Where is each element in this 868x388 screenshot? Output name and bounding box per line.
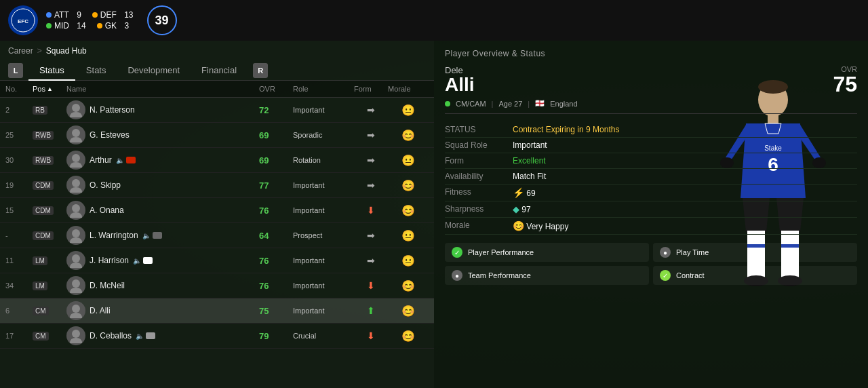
status-row-availability: Availability Match Fit [445, 169, 857, 185]
player-avatar [66, 201, 85, 220]
table-row[interactable]: 34 LM D. McNeil 76 Important ⬇ 😊 [0, 273, 434, 298]
cell-position: RB [33, 105, 66, 115]
cell-position: CM [33, 306, 66, 315]
badge-lightgreen-icon: ✓ [660, 270, 671, 281]
player-avatar [66, 251, 85, 270]
form-arrow-right: ➡ [367, 230, 375, 241]
form-arrow-right: ➡ [367, 130, 375, 140]
cell-form: ⬇ [354, 280, 388, 291]
tab-status[interactable]: Status [28, 61, 75, 81]
svg-point-9 [72, 279, 80, 288]
cell-ovr: 72 [259, 105, 293, 115]
cell-form: ⬇ [354, 330, 388, 341]
status-avail-value: Match Fit [513, 172, 857, 181]
loan-team-badge [126, 157, 136, 163]
player-avatar [66, 276, 85, 295]
team-stats: ATT 9 DEF 13 MID 14 GK 3 [46, 10, 134, 31]
badge-contract[interactable]: ✓ Contract [653, 266, 857, 285]
cell-position: RWB [33, 155, 66, 165]
col-name: Name [66, 85, 259, 93]
tab-stats[interactable]: Stats [75, 61, 117, 81]
badge-play-time[interactable]: ● Play Time [653, 243, 857, 262]
cell-morale: 😊 [388, 279, 429, 292]
cell-form: ➡ [354, 104, 388, 115]
overall-circle: 39 [147, 5, 177, 35]
table-header: No. Pos▲ Name OVR Role Form Morale [0, 81, 434, 98]
tab-development[interactable]: Development [117, 61, 191, 81]
status-sharpness-label: Sharpness [445, 204, 513, 214]
col-morale: Morale [388, 85, 429, 93]
table-row[interactable]: 6 CM D. Alli 75 Important ⬆ 😊 [0, 298, 434, 324]
morale-emoji: 😐 [401, 229, 415, 242]
svg-point-10 [72, 305, 80, 313]
gk-value: 3 [124, 21, 129, 31]
cell-role: Sporadic [293, 131, 354, 139]
svg-point-6 [72, 204, 80, 212]
tabs-bar: L Status Stats Development Financial R [0, 58, 434, 81]
badge-gray-icon-team: ● [452, 270, 462, 281]
active-dot [445, 101, 450, 106]
tab-icon-l: L [8, 63, 23, 78]
table-row[interactable]: 2 RB N. Patterson 72 Important ➡ 😐 [0, 98, 434, 123]
cell-number: 34 [5, 282, 33, 290]
badge-team-perf-label: Team Performance [468, 271, 531, 279]
cell-role: Important [293, 181, 354, 189]
cell-name-wrap: Arthur 🔈 [66, 151, 259, 170]
table-row[interactable]: 30 RWB Arthur 🔈 69 Rotation ➡ 😐 [0, 148, 434, 173]
def-label: DEF [100, 10, 117, 20]
loan-icons: 🔈 [142, 232, 162, 239]
cell-number: 30 [5, 156, 33, 164]
cell-ovr: 76 [259, 206, 293, 216]
table-row[interactable]: 11 LM J. Harrison 🔈 76 Important ➡ 😐 [0, 248, 434, 273]
cell-name-wrap: L. Warrington 🔈 [66, 226, 259, 245]
status-sharpness-value: ◆ 97 [513, 204, 857, 214]
cell-form: ⬆ [354, 305, 388, 316]
player-header: Dele Alli OVR 75 [445, 65, 857, 95]
def-value: 13 [124, 10, 133, 20]
badge-green-icon: ✓ [452, 247, 462, 258]
overview-title: Player Overview & Status [445, 49, 857, 58]
cell-name: D. Ceballos [90, 331, 132, 341]
gk-label: GK [105, 21, 117, 31]
cell-role: Important [293, 106, 354, 114]
badge-team-performance[interactable]: ● Team Performance [445, 266, 649, 285]
cell-name-wrap: J. Harrison 🔈 [66, 251, 259, 270]
status-fitness-label: Fitness [445, 187, 513, 198]
table-row[interactable]: 25 RWB G. Esteves 69 Sporadic ➡ 😊 [0, 123, 434, 148]
table-row[interactable]: 17 CM D. Ceballos 🔈 79 Crucial ⬇ 😊 [0, 324, 434, 349]
col-role: Role [293, 85, 354, 93]
cell-ovr: 76 [259, 256, 293, 266]
table-row[interactable]: - CDM L. Warrington 🔈 64 Prospect ➡ 😐 [0, 223, 434, 248]
status-row-sharpness: Sharpness ◆ 97 [445, 201, 857, 218]
breadcrumb-career[interactable]: Career [8, 46, 33, 56]
player-avatar [66, 226, 85, 245]
cell-name: O. Skipp [90, 180, 121, 190]
badge-player-performance[interactable]: ✓ Player Performance [445, 243, 649, 262]
player-avatar [66, 125, 85, 144]
cell-role: Prospect [293, 231, 354, 239]
table-row[interactable]: 19 CDM O. Skipp 77 Important ➡ 😊 [0, 173, 434, 198]
status-fitness-value: ⚡ 69 [513, 187, 857, 198]
tab-financial[interactable]: Financial [191, 61, 248, 81]
cell-ovr: 64 [259, 231, 293, 241]
cell-morale: 😊 [388, 204, 429, 217]
cell-number: 15 [5, 206, 33, 214]
sound-icon: 🔈 [116, 157, 124, 164]
table-body: 2 RB N. Patterson 72 Important ➡ 😐 25 RW… [0, 98, 434, 349]
cell-position: CDM [33, 231, 66, 240]
svg-point-7 [72, 229, 80, 237]
table-row[interactable]: 15 CDM A. Onana 76 Important ⬇ 😊 [0, 198, 434, 223]
cell-name-wrap: D. McNeil [66, 276, 259, 295]
cell-name: G. Esteves [90, 130, 130, 140]
cell-morale: 😊 [388, 305, 429, 317]
player-avatar [66, 151, 85, 170]
morale-icon: 😊 [513, 220, 524, 231]
cell-ovr: 76 [259, 281, 293, 291]
morale-emoji: 😊 [401, 129, 415, 142]
breadcrumb-separator: > [37, 46, 42, 56]
status-morale-value: 😊 Very Happy [513, 220, 857, 231]
svg-point-5 [72, 179, 80, 187]
cell-role: Crucial [293, 332, 354, 340]
mid-label: MID [54, 21, 69, 31]
svg-point-2 [72, 104, 80, 112]
